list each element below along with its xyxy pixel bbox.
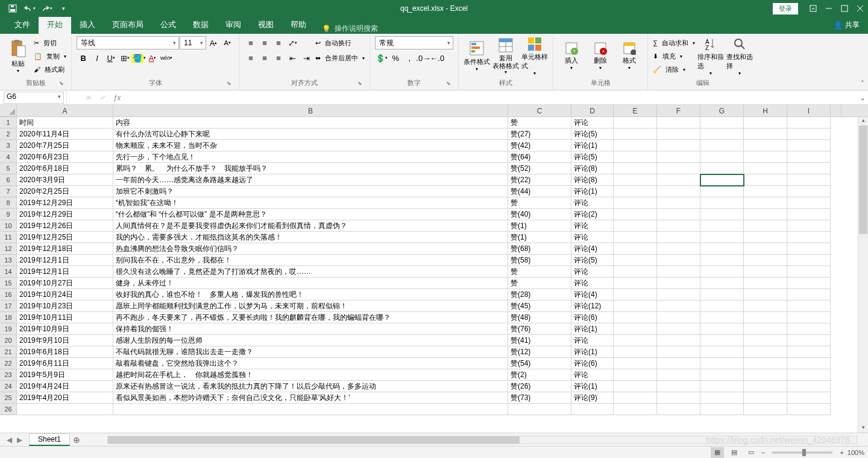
undo-icon[interactable]: ▾ [22,1,37,16]
align-middle-icon[interactable]: ≡ [258,36,271,49]
svg-rect-10 [17,46,25,57]
close-icon[interactable] [852,1,868,16]
svg-rect-5 [841,5,848,11]
conditional-format-button[interactable]: 条件格式▾ [464,36,490,76]
alignment-launcher-icon[interactable]: ⬊ [356,80,363,87]
italic-button[interactable]: I [90,51,104,65]
share-button[interactable]: 👤 共享 [825,16,868,34]
paste-button[interactable]: 粘贴 ▾ [5,36,31,76]
collapse-ribbon-icon[interactable]: ˄ [861,80,864,87]
font-size-combo[interactable]: 11 [180,36,206,49]
svg-text:Z: Z [705,45,709,51]
name-box[interactable]: G6 [4,92,64,104]
cancel-formula-icon[interactable]: ✕ [81,94,95,102]
window-controls: 登录 [773,1,868,16]
scissors-icon: ✂ [34,39,39,47]
decrease-font-icon[interactable]: A▾ [221,36,234,49]
format-painter-button[interactable]: 🖌 格式刷 [34,63,66,76]
clear-button[interactable]: 🧹 清除 ▾ [653,63,695,76]
group-number: 常规 💲▾ % , .0→ ←.0 数字⬊ [370,34,459,90]
wrap-icon: ↩ [315,39,321,47]
svg-rect-14 [471,50,475,52]
ruby-button[interactable]: wén▾ [160,51,173,65]
svg-rect-22 [535,45,541,51]
decrease-decimal-icon[interactable]: ←.0 [430,51,444,65]
merge-center-button[interactable]: ⬌ 合并后居中 ▾ [315,51,365,65]
border-button[interactable]: ⊞▾ [118,51,131,65]
align-bottom-icon[interactable]: ≡ [272,36,285,49]
wrap-text-button[interactable]: ↩ 自动换行 [315,36,365,49]
clipboard-launcher-icon[interactable]: ⬊ [58,80,65,87]
maximize-icon[interactable] [837,1,852,16]
svg-rect-9 [14,40,19,43]
minimize-icon[interactable] [821,1,837,16]
qat-customize-icon[interactable]: ▾ [55,1,71,16]
insert-cells-button[interactable]: +插入▾ [558,36,585,76]
group-cells: +插入▾ ×删除▾ 格式▾ 单元格 [553,34,648,90]
increase-font-icon[interactable]: A▴ [207,36,220,49]
cell-styles-button[interactable]: 单元格样式▾ [521,36,548,76]
number-launcher-icon[interactable]: ⬊ [445,80,452,87]
align-center-icon[interactable]: ≡ [258,51,271,65]
increase-indent-icon[interactable]: ⇥ [300,51,313,65]
tab-insert[interactable]: 插入 [71,16,104,34]
delete-cells-button[interactable]: ×删除▾ [587,36,614,76]
increase-decimal-icon[interactable]: .0→ [417,51,430,65]
bold-button[interactable]: B [77,51,90,65]
copy-button[interactable]: 📋 复制 ▾ [34,49,66,63]
align-left-icon[interactable]: ≡ [244,51,257,65]
tab-data[interactable]: 数据 [184,16,217,34]
redo-icon[interactable]: ▾ [39,1,54,16]
login-button[interactable]: 登录 [773,3,798,14]
svg-rect-13 [471,46,480,49]
tab-home[interactable]: 开始 [39,16,71,34]
tell-me-search[interactable]: 💡 操作说明搜索 [315,24,385,34]
tab-page-layout[interactable]: 页面布局 [104,16,152,34]
alignment-group-label: 对齐方式 [291,79,318,86]
font-group-label: 字体 [149,79,162,86]
font-launcher-icon[interactable]: ⬊ [225,80,233,87]
tell-me-label: 操作说明搜索 [335,24,378,34]
tab-help[interactable]: 帮助 [282,16,315,34]
tab-view[interactable]: 视图 [250,16,282,34]
underline-button[interactable]: U▾ [104,51,118,65]
paste-label: 粘贴 [11,59,25,68]
font-color-button[interactable]: A▾ [146,51,159,65]
format-cells-button[interactable]: 格式▾ [616,36,643,76]
fill-button[interactable]: ⬇ 填充 ▾ [653,49,695,63]
table-format-button[interactable]: 套用 表格格式▾ [492,36,519,76]
comma-format-icon[interactable]: , [403,51,416,65]
autosum-button[interactable]: ∑ 自动求和 ▾ [653,36,695,49]
share-icon: 👤 [834,21,843,30]
accounting-format-icon[interactable]: 💲▾ [375,51,388,65]
number-format-combo[interactable]: 常规 [375,36,453,49]
group-editing: ∑ 自动求和 ▾ ⬇ 填充 ▾ 🧹 清除 ▾ AZ排序和筛选▾ 查找和选择▾ 编… [648,34,758,90]
align-top-icon[interactable]: ≡ [244,36,257,49]
sort-filter-button[interactable]: AZ排序和筛选▾ [697,36,724,76]
svg-rect-12 [471,43,476,45]
percent-format-icon[interactable]: % [389,51,402,65]
align-right-icon[interactable]: ≡ [272,51,285,65]
orientation-icon[interactable]: ⤢▾ [286,36,299,49]
ribbon-options-icon[interactable] [805,1,821,16]
formula-input[interactable] [124,92,857,104]
quick-access-toolbar: ▾ ▾ ▾ [0,1,71,16]
tab-review[interactable]: 审阅 [217,16,250,34]
decrease-indent-icon[interactable]: ⇤ [286,51,299,65]
font-name-combo[interactable]: 等线 [77,36,179,49]
tab-file[interactable]: 文件 [6,16,39,34]
cut-button[interactable]: ✂ 剪切 [34,36,66,49]
cells-group-label: 单元格 [591,79,611,86]
find-select-button[interactable]: 查找和选择▾ [726,36,753,76]
save-icon[interactable] [5,1,20,16]
fill-color-button[interactable]: 🪣▾ [132,51,145,65]
enter-formula-icon[interactable]: ✓ [95,94,110,102]
ribbon: 粘贴 ▾ ✂ 剪切 📋 复制 ▾ 🖌 格式刷 剪贴板⬊ 等线 11 A▴ A▾ … [0,34,868,91]
expand-formula-icon[interactable]: ⌄ [857,94,868,102]
svg-text:×: × [602,48,605,54]
copy-icon: 📋 [34,52,42,60]
formula-bar: G6 ✕ ✓ ƒx ⌄ [0,91,868,105]
group-clipboard: 粘贴 ▾ ✂ 剪切 📋 复制 ▾ 🖌 格式刷 剪贴板⬊ [0,34,72,90]
tab-formulas[interactable]: 公式 [152,16,184,34]
fx-icon[interactable]: ƒx [110,94,124,102]
